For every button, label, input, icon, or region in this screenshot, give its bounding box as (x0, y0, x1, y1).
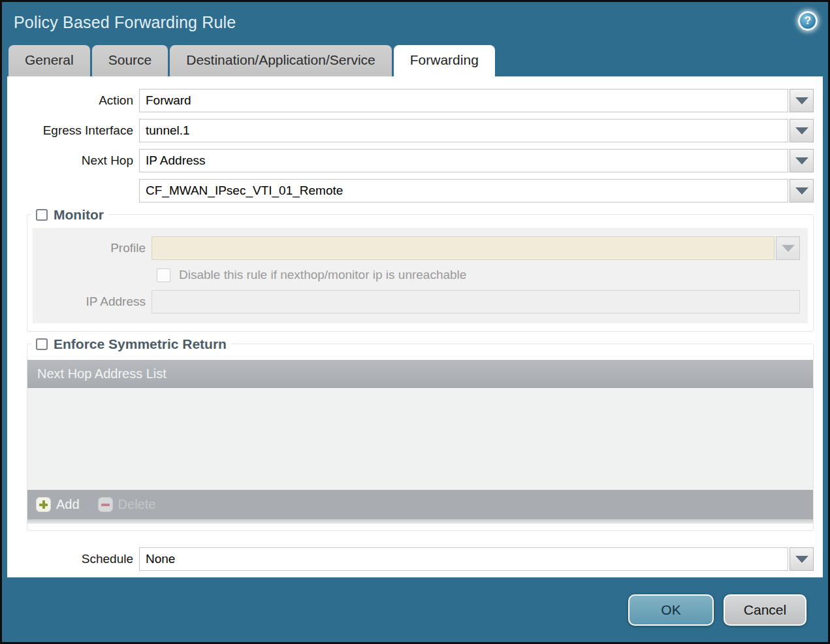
add-button-label: Add (56, 497, 80, 512)
schedule-input[interactable] (139, 547, 788, 571)
minus-icon (98, 497, 113, 512)
next-hop-row: Next Hop (7, 149, 814, 172)
next-hop-address-input[interactable] (139, 179, 788, 202)
chevron-down-icon (782, 245, 795, 252)
table-bottom-edge (27, 519, 813, 524)
monitor-panel: Profile Disable this rule if nexthop/mon… (33, 228, 808, 323)
disable-rule-checkbox (157, 268, 170, 282)
next-hop-type-dropdown-button[interactable] (790, 149, 814, 172)
chevron-down-icon (795, 556, 808, 563)
table-header-row: Next Hop Address List (27, 360, 813, 388)
tab-bar: General Source Destination/Application/S… (2, 42, 828, 76)
action-input[interactable] (139, 89, 788, 112)
disable-rule-row: Disable this rule if nexthop/monitor ip … (157, 268, 800, 282)
cancel-button[interactable]: Cancel (724, 594, 806, 626)
monitor-section: Monitor Profile Disable this rule if nex… (27, 214, 814, 332)
table-body-empty[interactable] (27, 388, 813, 490)
egress-interface-label: Egress Interface (7, 123, 139, 138)
profile-dropdown-button (776, 236, 800, 260)
action-dropdown-button[interactable] (790, 89, 814, 112)
profile-label: Profile (33, 241, 152, 255)
next-hop-address-list-table: Next Hop Address List Add Delete (27, 360, 813, 524)
egress-interface-input[interactable] (139, 119, 788, 142)
next-hop-label: Next Hop (7, 153, 139, 168)
dialog-title: Policy Based Forwarding Rule (14, 13, 236, 32)
chevron-down-icon (795, 127, 808, 135)
schedule-row: Schedule (7, 547, 814, 571)
monitor-ip-input (152, 290, 800, 314)
next-hop-address-row (7, 179, 814, 202)
profile-input (152, 236, 774, 260)
disable-rule-label: Disable this rule if nexthop/monitor ip … (179, 268, 466, 282)
tab-source[interactable]: Source (92, 45, 168, 76)
egress-interface-dropdown-button[interactable] (790, 119, 814, 142)
tab-forwarding[interactable]: Forwarding (394, 45, 495, 76)
symmetric-return-title: Enforce Symmetric Return (54, 336, 227, 352)
symmetric-return-section: Enforce Symmetric Return Next Hop Addres… (27, 344, 814, 531)
tab-panel-forwarding: Action Egress Interface Next Hop (7, 76, 823, 577)
table-header-next-hop-address-list: Next Hop Address List (37, 366, 167, 381)
monitor-section-header: Monitor (31, 207, 108, 223)
schedule-label: Schedule (7, 552, 139, 566)
next-hop-address-dropdown-button[interactable] (790, 179, 814, 202)
egress-interface-row: Egress Interface (7, 119, 814, 142)
pbf-rule-dialog: Policy Based Forwarding Rule ? General S… (0, 0, 830, 644)
profile-row: Profile (33, 236, 800, 260)
chevron-down-icon (795, 157, 808, 165)
monitor-checkbox[interactable] (36, 209, 48, 221)
chevron-down-icon (795, 97, 808, 105)
table-toolbar: Add Delete (27, 490, 813, 519)
schedule-dropdown-button[interactable] (790, 547, 814, 571)
add-button[interactable]: Add (36, 497, 80, 512)
chevron-down-icon (795, 187, 808, 195)
ok-button[interactable]: OK (628, 594, 714, 626)
dialog-titlebar: Policy Based Forwarding Rule (2, 2, 828, 42)
symmetric-return-checkbox[interactable] (36, 338, 48, 350)
tab-general[interactable]: General (8, 45, 90, 76)
symmetric-return-header: Enforce Symmetric Return (31, 336, 231, 352)
help-glyph: ? (805, 14, 811, 27)
help-icon[interactable]: ? (798, 11, 818, 31)
action-row: Action (7, 89, 814, 112)
tab-destination-application-service[interactable]: Destination/Application/Service (170, 45, 392, 76)
monitor-ip-row: IP Address (33, 290, 800, 314)
next-hop-type-input[interactable] (139, 149, 788, 172)
dialog-footer: OK Cancel (2, 577, 828, 642)
delete-button: Delete (98, 497, 156, 512)
plus-icon (36, 497, 51, 512)
monitor-section-title: Monitor (54, 207, 104, 223)
monitor-ip-label: IP Address (33, 295, 152, 309)
delete-button-label: Delete (118, 497, 156, 512)
action-label: Action (7, 93, 139, 108)
